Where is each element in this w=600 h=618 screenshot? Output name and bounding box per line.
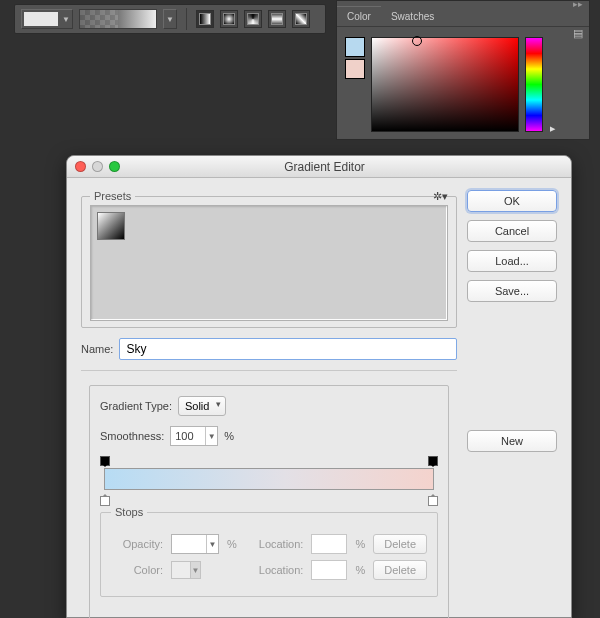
color-panel: ▸▸ Color Swatches ▤ ▶ — [336, 0, 590, 140]
gradient-type-label: Gradient Type: — [100, 400, 172, 412]
gradient-mode-reflected[interactable] — [268, 10, 286, 28]
chevron-down-icon[interactable]: ▼ — [205, 427, 217, 445]
opacity-location-input[interactable] — [311, 534, 347, 554]
presets-list[interactable] — [90, 205, 448, 321]
opacity-input[interactable]: ▼ — [171, 534, 219, 554]
panel-tabs: Color Swatches — [337, 7, 589, 27]
smoothness-input[interactable]: 100 ▼ — [170, 426, 218, 446]
color-stop-start[interactable] — [100, 494, 110, 506]
fill-swatch-dropdown[interactable]: ▼ — [21, 9, 73, 29]
gradient-editor-dialog: Gradient Editor Presets ✲▾ Name: — [66, 155, 572, 618]
name-label: Name: — [81, 343, 113, 355]
load-button[interactable]: Load... — [467, 250, 557, 272]
fill-swatch — [24, 12, 58, 26]
save-button[interactable]: Save... — [467, 280, 557, 302]
percent-sign: % — [224, 430, 234, 442]
opacity-stop-end[interactable] — [428, 456, 438, 466]
new-button[interactable]: New — [467, 430, 557, 452]
separator — [186, 8, 187, 30]
color-marker[interactable] — [412, 36, 422, 46]
background-swatch[interactable] — [345, 59, 365, 79]
reflected-gradient-icon — [271, 13, 283, 25]
stop-color-well[interactable]: ▼ — [171, 561, 201, 579]
hue-indicator-icon: ▶ — [550, 125, 555, 133]
panel-menu-icon[interactable]: ▤ — [573, 27, 583, 40]
gradient-mode-radial[interactable] — [220, 10, 238, 28]
titlebar[interactable]: Gradient Editor — [67, 156, 571, 178]
close-icon[interactable] — [75, 161, 86, 172]
delete-color-stop-button[interactable]: Delete — [373, 560, 427, 580]
gradient-mode-diamond[interactable] — [292, 10, 310, 28]
foreground-swatch[interactable] — [345, 37, 365, 57]
gradient-bar[interactable] — [104, 468, 434, 490]
tab-swatches[interactable]: Swatches — [381, 7, 444, 26]
name-input[interactable] — [119, 338, 457, 360]
hue-slider[interactable] — [525, 37, 543, 132]
chevron-down-icon: ▼ — [164, 10, 176, 28]
gradient-mode-linear[interactable] — [196, 10, 214, 28]
smoothness-label: Smoothness: — [100, 430, 164, 442]
gradient-picker-dropdown[interactable]: ▼ — [163, 9, 177, 29]
opacity-label: Opacity: — [111, 538, 163, 550]
color-stop-end[interactable] — [428, 494, 438, 506]
stops-fieldset: Stops Opacity: ▼ % Location: % Delete Co… — [100, 506, 438, 597]
saturation-field[interactable] — [371, 37, 519, 132]
diamond-gradient-icon — [295, 13, 307, 25]
radial-gradient-icon — [223, 13, 235, 25]
tab-color[interactable]: Color — [337, 6, 381, 26]
preset-thumb[interactable] — [97, 212, 125, 240]
percent-sign: % — [227, 538, 237, 550]
color-location-input[interactable] — [311, 560, 347, 580]
cancel-button[interactable]: Cancel — [467, 220, 557, 242]
gradient-picker[interactable] — [79, 9, 157, 29]
angle-gradient-icon — [247, 13, 259, 25]
ok-button[interactable]: OK — [467, 190, 557, 212]
chevron-down-icon: ▼ — [60, 10, 72, 28]
presets-legend: Presets — [94, 190, 131, 202]
dialog-title: Gradient Editor — [86, 160, 563, 174]
percent-sign: % — [355, 564, 365, 576]
opacity-stop-start[interactable] — [100, 456, 110, 466]
linear-gradient-icon — [199, 13, 211, 25]
options-bar: ▼ ▼ — [14, 4, 326, 34]
opacity-location-label: Location: — [259, 538, 304, 550]
gradient-mode-angle[interactable] — [244, 10, 262, 28]
color-label: Color: — [111, 564, 163, 576]
gradient-type-select[interactable]: Solid — [178, 396, 226, 416]
color-location-label: Location: — [259, 564, 304, 576]
gradient-ramp[interactable] — [100, 456, 438, 506]
presets-fieldset: Presets ✲▾ — [81, 190, 457, 328]
gear-icon[interactable]: ✲▾ — [433, 190, 448, 203]
percent-sign: % — [355, 538, 365, 550]
delete-opacity-stop-button[interactable]: Delete — [373, 534, 427, 554]
stops-legend: Stops — [111, 506, 147, 518]
